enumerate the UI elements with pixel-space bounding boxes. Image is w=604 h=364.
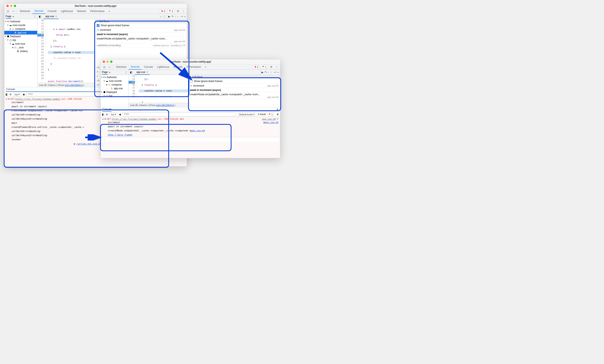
file-tab-appvue[interactable]: app.vue × <box>44 14 59 19</box>
stack-frame-create[interactable]: createVNode.onUpdateVal._cache.<computed… <box>95 36 187 43</box>
error-url[interactable]: https://jec.fyi/api/random-number <box>15 98 61 100</box>
console-prompt[interactable]: › <box>102 137 278 142</box>
stack-frame-create[interactable]: createVNode.onUpdateVal._cache.<computed… <box>188 92 280 99</box>
tab-sources[interactable]: Sources <box>129 64 142 70</box>
warning-badge[interactable]: 2 <box>167 9 175 13</box>
resume-icon[interactable]: ▶ <box>168 15 170 18</box>
callstack-header[interactable]: ▼Call Stack <box>188 75 280 79</box>
source-map-link[interactable]: entry.d9e108e9.js <box>156 104 174 106</box>
tree-authored[interactable]: ▼<>Authored <box>4 20 37 23</box>
more-tabs-icon[interactable]: » <box>203 64 208 70</box>
stack-frame-increment[interactable]: ➔incrementapp.vue:35 <box>188 84 280 88</box>
nav-more-icon[interactable]: » <box>109 71 110 74</box>
context-selector[interactable]: top ▾ <box>13 93 21 96</box>
show-more-frames-link[interactable]: Show 7 more frames <box>108 133 132 136</box>
step-icon[interactable]: →• <box>273 71 276 74</box>
close-drawer-icon[interactable]: ✕ <box>276 108 278 111</box>
issues-label[interactable]: 1 Issue: 1 <box>258 113 275 116</box>
step-out-icon[interactable]: ↑ <box>177 15 178 18</box>
stack-frame-await[interactable]: await in increment (async) <box>95 32 187 36</box>
stack-line[interactable]: await in increment (async) <box>108 125 278 129</box>
code-body[interactable]: }); } finally { counter.value = coun // … <box>137 75 188 103</box>
tree-nuxt[interactable]: ▶🗀_nuxt <box>4 46 37 49</box>
warning-badge[interactable]: 1 <box>261 65 268 69</box>
tab-elements[interactable]: Elements <box>18 9 32 14</box>
device-toolbar-icon[interactable]: ▭ <box>11 9 16 14</box>
tab-console[interactable]: Console <box>142 64 155 70</box>
show-ignore-listed-toggle[interactable]: Show ignore-listed frames <box>95 23 187 28</box>
sidebar-toggle-icon[interactable]: ◧ <box>39 15 41 18</box>
tree-nuxicour[interactable]: ▼☁nuxi-cour <box>4 42 37 46</box>
tab-lighthouse[interactable]: Lighthouse <box>155 64 171 70</box>
inspect-icon[interactable]: ◫ <box>101 64 107 70</box>
tree-compone[interactable]: ▶🗀compone <box>4 27 37 31</box>
step-into-icon[interactable]: ↓ <box>268 71 269 74</box>
nav-more-icon[interactable]: » <box>13 15 14 18</box>
step-over-icon[interactable]: ↷ <box>264 71 267 74</box>
show-ignore-listed-toggle[interactable]: Show ignore-listed frames <box>188 79 280 84</box>
tree-top[interactable]: ▼▢top <box>4 38 37 42</box>
tab-performance[interactable]: Performance <box>185 64 203 70</box>
tree-index[interactable]: 🗎(index) <box>4 49 37 53</box>
error-badge[interactable]: 2 <box>253 65 260 69</box>
code-body[interactable]: x = await numRes.tex throw err; }); } fi… <box>45 19 95 83</box>
nav-page[interactable]: Page <box>6 14 11 19</box>
tab-elements[interactable]: Elements <box>114 64 129 70</box>
show-ignore-listed-checkbox[interactable] <box>97 24 100 27</box>
stack-line[interactable]: createVNode.onUpdateVal._cache.<computed… <box>108 129 189 133</box>
tab-network[interactable]: Network <box>171 64 185 70</box>
deactivate-breakpoints-icon[interactable]: ⌁ <box>277 71 279 74</box>
stack-frame-await[interactable]: await in increment (async) <box>188 88 280 92</box>
gear-icon[interactable]: ⚙ <box>175 9 181 14</box>
nav-kebab-icon[interactable]: ⋮ <box>125 71 127 74</box>
sidebar-toggle-icon[interactable]: ◧ <box>130 71 132 74</box>
live-expression-icon[interactable]: ◉ <box>119 113 121 116</box>
more-tabs-icon[interactable]: » <box>107 9 112 14</box>
gear-icon[interactable]: ⚙ <box>268 64 274 70</box>
step-into-icon[interactable]: ↓ <box>175 15 176 18</box>
levels-selector[interactable]: Default levels ▾ <box>238 113 256 116</box>
run-snippet-icon[interactable]: ▷ <box>160 15 162 18</box>
tab-console[interactable]: Console <box>46 9 59 14</box>
close-tab-icon[interactable]: × <box>147 71 148 73</box>
error-source-link[interactable]: app.vue:26 <box>262 118 276 121</box>
tab-network[interactable]: Network <box>75 9 88 14</box>
error-url[interactable]: https://jec.fyi/api/random-number <box>112 118 157 121</box>
kebab-icon[interactable]: ⋮ <box>274 64 279 70</box>
tree-nuxi[interactable]: ▼☁nuxi-counte <box>101 79 128 83</box>
error-badge[interactable]: 3 <box>160 9 167 13</box>
tree-nuxi[interactable]: ▼☁nuxi-counte <box>4 23 37 27</box>
device-toolbar-icon[interactable]: ▭ <box>107 64 112 70</box>
stack-frame-increment[interactable]: ➔incrementapp.vue:35 <box>95 28 187 32</box>
reveal-icon[interactable]: ⟳ <box>277 118 278 121</box>
tree-appvue[interactable]: 🗎app.vue <box>4 31 37 35</box>
show-ignore-listed-checkbox[interactable] <box>190 80 193 83</box>
inspect-icon[interactable]: ◫ <box>5 9 11 14</box>
nav-kebab-icon[interactable]: ⋮ <box>34 15 36 18</box>
tree-appvue[interactable]: 🗎app.vue <box>101 86 128 90</box>
source-map-link[interactable]: entry.d9e108e9.js <box>65 84 83 86</box>
stack-line[interactable]: increment <box>108 121 120 125</box>
error-message-row[interactable]: ⊗ ▼ GET https://jec.fyi/api/random-numbe… <box>102 118 278 121</box>
resume-icon[interactable]: ▶ <box>262 71 263 74</box>
console-gear-icon[interactable]: ⚙ <box>277 113 279 116</box>
stack-source-link[interactable]: app.vue:26 <box>265 121 278 125</box>
console-tab[interactable]: Console <box>102 107 112 112</box>
stack-source-link[interactable]: app.vue:44 <box>191 129 205 133</box>
stack-frame-callwith[interactable]: callWithErrorHandlingruntime-core.es…bun… <box>95 43 187 48</box>
console-sidebar-toggle-icon[interactable]: ◧ <box>6 93 8 96</box>
context-selector[interactable]: top ▾ <box>110 113 117 116</box>
tree-compone[interactable]: ▶🗀compone <box>101 83 128 86</box>
callstack-header[interactable]: ▼Call Stack <box>95 19 187 23</box>
deactivate-breakpoints-icon[interactable]: ⌁ <box>184 15 186 18</box>
console-sidebar-toggle-icon[interactable]: ◧ <box>102 113 104 116</box>
step-out-icon[interactable]: ↑ <box>270 71 272 74</box>
tree-top[interactable]: ▼▢top <box>101 94 128 98</box>
live-expression-icon[interactable]: ◉ <box>23 93 25 96</box>
kebab-icon[interactable]: ⋮ <box>181 9 186 14</box>
file-tab-appvue[interactable]: app.vue × <box>135 70 150 75</box>
tree-authored[interactable]: ▼<>Authored <box>101 75 128 79</box>
nav-page[interactable]: Page <box>102 70 108 74</box>
console-filter[interactable]: Filter <box>123 113 236 116</box>
close-tab-icon[interactable]: × <box>55 15 57 18</box>
